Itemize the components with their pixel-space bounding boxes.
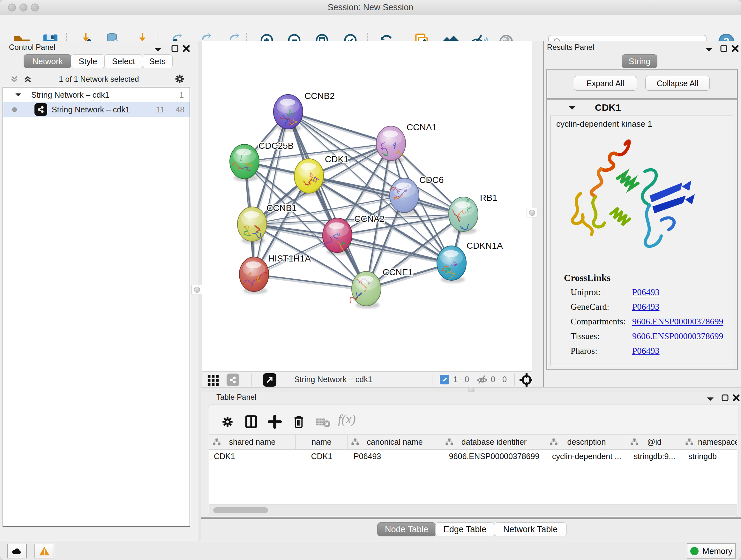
- open-in-string-icon[interactable]: [263, 373, 276, 387]
- protein-collapse-caret-icon[interactable]: [568, 105, 576, 111]
- column-header-namespace[interactable]: namespace: [682, 435, 737, 449]
- column-header--id[interactable]: @id: [627, 435, 682, 449]
- network-list-toolbar: 1 of 1 Network selected: [0, 72, 198, 86]
- delete-column-trash-icon[interactable]: [292, 415, 306, 429]
- crosslink-link[interactable]: P06493: [632, 346, 660, 356]
- warning-status-button[interactable]: [35, 544, 54, 558]
- tab-edge-table[interactable]: Edge Table: [435, 522, 495, 537]
- table-header-row: shared namenamecanonical namedatabase id…: [209, 435, 737, 449]
- tab-node-table[interactable]: Node Table: [377, 522, 436, 537]
- node-label-HIST1H1A: HIST1H1A: [268, 253, 311, 263]
- cloud-status-button[interactable]: [7, 544, 27, 558]
- control-panel-collapse-button[interactable]: [154, 44, 162, 56]
- window-title: Session: New Session: [0, 3, 741, 12]
- crosslink-row: Compartments:9606.ENSP00000378699: [550, 316, 733, 331]
- column-type-icon: [685, 438, 693, 446]
- table-options-gear-icon[interactable]: [221, 415, 234, 428]
- crosslink-link[interactable]: 9606.ENSP00000378699: [632, 331, 723, 341]
- add-column-icon[interactable]: [268, 415, 282, 429]
- table-row[interactable]: CDK1CDK1P064939606.ENSP00000378699cyclin…: [209, 449, 737, 463]
- tab-network-table[interactable]: Network Table: [494, 522, 567, 537]
- warning-icon: [39, 546, 50, 556]
- column-header-database-identifier[interactable]: database identifier: [442, 435, 546, 449]
- hidden-count: 0 - 0: [491, 375, 507, 384]
- network-selection-status: 1 of 1 Network selected: [0, 75, 198, 84]
- string-style-icon[interactable]: [226, 374, 239, 386]
- node-label-CCNB2: CCNB2: [305, 91, 335, 101]
- hidden-eye-icon[interactable]: [476, 374, 488, 385]
- column-header-canonical-name[interactable]: canonical name: [348, 435, 442, 449]
- memory-button[interactable]: Memory: [687, 543, 736, 559]
- crosslink-link[interactable]: 9606.ENSP00000378699: [632, 316, 723, 327]
- control-panel-tabs: NetworkStyleSelectSets: [23, 54, 173, 68]
- memory-status-dot-icon: [690, 547, 698, 555]
- fit-selected-crosshair-icon[interactable]: [520, 373, 534, 387]
- left-divider-grip[interactable]: [192, 285, 202, 294]
- column-header-shared-name[interactable]: shared name: [209, 435, 295, 449]
- table-cell[interactable]: 9606.ENSP00000378699: [442, 449, 546, 463]
- results-panel-title: Results Panel: [547, 43, 594, 52]
- control-panel-float-button[interactable]: [171, 43, 179, 54]
- column-header-name[interactable]: name: [295, 435, 348, 449]
- table-tabs: Node TableEdge TableNetwork Table: [377, 522, 567, 537]
- hscrollbar-thumb[interactable]: [213, 507, 268, 513]
- expand-all-button[interactable]: Expand All: [574, 76, 637, 91]
- title-bar: Session: New Session: [0, 0, 741, 15]
- collapse-all-button[interactable]: Collapse All: [645, 76, 710, 91]
- right-divider-grip[interactable]: [527, 208, 537, 217]
- table-cell[interactable]: stringdb: [682, 449, 737, 463]
- protein-node-CDC6: [390, 178, 419, 212]
- crosslink-label: Uniprot:: [570, 287, 601, 297]
- cloud-icon: [11, 547, 23, 555]
- results-panel-collapse-button[interactable]: [705, 44, 713, 56]
- crosslinks-list: Uniprot:P06493GeneCard:P06493Compartment…: [550, 287, 733, 361]
- table-cell[interactable]: stringdb:9...: [627, 449, 682, 463]
- crosslink-label: Tissues:: [570, 331, 600, 341]
- tab-style[interactable]: Style: [71, 54, 105, 68]
- tab-string-results[interactable]: String: [622, 54, 657, 68]
- column-header-description[interactable]: description: [546, 435, 627, 449]
- table-cell[interactable]: P06493: [348, 449, 442, 463]
- crosslink-row: Pharos:P06493: [550, 346, 733, 361]
- control-panel-close-button[interactable]: [183, 43, 190, 54]
- table-hscrollbar[interactable]: [209, 504, 737, 516]
- table-panel-close-button[interactable]: [732, 392, 740, 403]
- node-label-CCNB1: CCNB1: [266, 203, 297, 213]
- collection-count: 1: [179, 90, 184, 100]
- table-cell[interactable]: CDK1: [209, 449, 295, 463]
- network-status-bar: String Network – cdk1 1 - 0 0 - 0: [202, 371, 532, 388]
- node-label-CCNE1: CCNE1: [383, 267, 413, 277]
- table-panel-float-button[interactable]: [721, 392, 729, 403]
- protein-node-CCNB2: [273, 95, 303, 129]
- selected-nodes-checkbox-icon[interactable]: [440, 375, 449, 384]
- results-panel-close-button[interactable]: [731, 43, 739, 54]
- network-graph[interactable]: CCNB2CCNA1CDC25BCDK1CDC6RB1CCNB1CCNA2CDK…: [202, 41, 532, 371]
- network-status-name: String Network – cdk1: [294, 375, 373, 384]
- table-cell[interactable]: cyclin-dependent ...: [546, 449, 627, 463]
- network-row-selected[interactable]: String Network – cdk1 11 48: [3, 102, 190, 117]
- protein-name: CDK1: [595, 102, 621, 113]
- table-panel-collapse-button[interactable]: [706, 393, 715, 405]
- protein-node-CCNB1: [238, 207, 267, 241]
- tab-network[interactable]: Network: [23, 54, 71, 68]
- protein-description: cyclin-dependent kinase 1: [556, 119, 652, 129]
- tab-sets[interactable]: Sets: [142, 54, 173, 68]
- crosslink-row: Uniprot:P06493: [550, 287, 733, 302]
- table-resize-edge[interactable]: [201, 517, 741, 519]
- network-collection-row[interactable]: String Network – cdk1 1: [3, 87, 190, 102]
- network-tree: String Network – cdk1 1 String Network –…: [3, 87, 190, 527]
- network-options-gear-icon[interactable]: [174, 73, 185, 84]
- network-canvas[interactable]: CCNB2CCNA1CDC25BCDK1CDC6RB1CCNB1CCNA2CDK…: [202, 41, 532, 371]
- tab-select[interactable]: Select: [105, 54, 143, 68]
- show-columns-icon[interactable]: [244, 415, 258, 429]
- results-panel-float-button[interactable]: [720, 43, 728, 54]
- control-panel: Control Panel NetworkStyleSelectSets 1 o…: [0, 41, 198, 541]
- crosslink-link[interactable]: P06493: [632, 302, 660, 312]
- table-cell[interactable]: CDK1: [295, 449, 348, 463]
- birdseye-grid-icon[interactable]: [207, 374, 219, 386]
- network-edge-count: 48: [176, 105, 185, 114]
- crosslink-link[interactable]: P06493: [632, 287, 660, 297]
- protein-node-CDK1: [294, 159, 324, 193]
- collection-collapse-caret-icon[interactable]: [15, 92, 22, 97]
- node-table: shared namenamecanonical namedatabase id…: [209, 435, 737, 516]
